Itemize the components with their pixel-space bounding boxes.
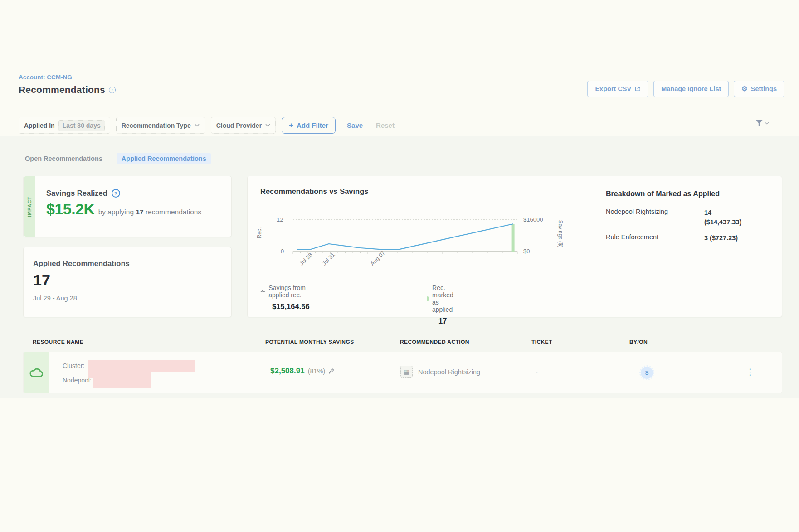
- funnel-icon: [755, 120, 763, 126]
- x-tick-label: Jul 31: [321, 251, 336, 266]
- breakdown-panel: Breakdown of Marked as Applied Nodepool …: [606, 190, 783, 243]
- column-header-resource-name[interactable]: RESOURCE NAME: [33, 339, 83, 345]
- applied-in-value[interactable]: Last 30 days: [58, 120, 105, 131]
- breakdown-row-label: Nodepool Rightsizing: [606, 208, 704, 227]
- left-axis-tick-max: 12: [277, 216, 283, 223]
- chevron-down-icon: [195, 124, 200, 127]
- left-axis-label: Rec.: [256, 227, 263, 239]
- breakdown-value-count: 14: [704, 209, 711, 216]
- plus-icon: +: [289, 121, 293, 130]
- export-csv-label: Export CSV: [595, 85, 631, 92]
- right-axis-label: Savings ($): [557, 220, 564, 248]
- chart-title: Recommendations vs Savings: [260, 187, 368, 196]
- applied-recommendations-card: Applied Recommendations 17 Jul 29 - Aug …: [23, 247, 232, 317]
- column-header-recommended-action[interactable]: RECOMMENDED ACTION: [400, 339, 469, 345]
- gear-icon: ⚙: [741, 85, 747, 93]
- tab-applied-recommendations[interactable]: Applied Recommendations: [117, 153, 211, 164]
- table-row[interactable]: Cluster: Nodepool: $2,508.91 (81%) ▦ Nod…: [23, 352, 782, 393]
- help-icon[interactable]: ?: [112, 189, 120, 198]
- x-tick-label: Jul 28: [298, 251, 313, 266]
- external-link-icon: [634, 86, 641, 92]
- column-header-potential-savings[interactable]: POTENTIAL MONTHLY SAVINGS: [265, 339, 354, 345]
- legend-savings-value: $15,164.56: [272, 302, 310, 311]
- settings-label: Settings: [751, 85, 777, 92]
- impact-strip: IMPACT: [24, 176, 35, 237]
- settings-button[interactable]: ⚙ Settings: [734, 81, 784, 97]
- savings-realized-card: IMPACT Savings Realized ? $15.2K by appl…: [23, 176, 232, 237]
- impact-strip-label: IMPACT: [27, 196, 32, 217]
- nodepool-label: Nodepool:: [63, 377, 92, 384]
- breakdown-row: Nodepool Rightsizing 14($14,437.33): [606, 208, 783, 227]
- edit-icon[interactable]: [328, 368, 335, 374]
- recommended-action-text: Nodepool Rightsizing: [418, 368, 480, 376]
- cluster-label: Cluster:: [63, 362, 84, 369]
- info-icon[interactable]: i: [109, 87, 116, 93]
- provider-cell: [24, 352, 49, 393]
- page-title: Recommendations: [19, 84, 105, 95]
- tab-open-recommendations[interactable]: Open Recommendations: [20, 153, 107, 164]
- breakdown-title: Breakdown of Marked as Applied: [606, 190, 783, 198]
- desc-suffix: recommendations: [146, 208, 201, 216]
- desc-count: 17: [136, 208, 143, 216]
- breakdown-row-value: 3 ($727.23): [704, 233, 738, 243]
- savings-realized-title: Savings Realized: [46, 189, 107, 198]
- applied-card-date-range: Jul 29 - Aug 28: [33, 295, 231, 302]
- column-header-ticket[interactable]: TICKET: [531, 339, 552, 345]
- cloud-provider-label: Cloud Provider: [216, 122, 262, 129]
- row-menu-button[interactable]: ⋮: [742, 366, 758, 378]
- legend-savings: Savings from applied rec. $15,164.56: [260, 284, 310, 311]
- potential-savings-value: $2,508.91: [270, 367, 305, 376]
- save-filter-button[interactable]: Save: [347, 121, 363, 129]
- nodepool-action-icon: ▦: [400, 366, 413, 378]
- right-axis-tick-max: $16000: [523, 216, 543, 223]
- applied-in-label: Applied In: [24, 122, 55, 129]
- desc-prefix: by applying: [98, 208, 134, 216]
- x-tick-label: Aug 07: [369, 250, 386, 267]
- redacted-cluster-name: [88, 360, 195, 372]
- redacted-nodepool-name: [93, 378, 151, 388]
- chevron-down-icon: [265, 124, 270, 127]
- chart-card: Recommendations vs Savings 12 0 $16000 $…: [247, 176, 782, 317]
- ticket-value: -: [536, 368, 538, 376]
- applied-card-count: 17: [33, 271, 231, 289]
- x-axis-minor-ticks: [293, 252, 517, 254]
- add-filter-button[interactable]: + Add Filter: [282, 117, 336, 134]
- column-header-by-on[interactable]: BY/ON: [629, 339, 648, 345]
- right-axis-tick-min: $0: [523, 248, 530, 255]
- line-legend-icon: [260, 289, 265, 295]
- legend-applied-label: Rec. marked as applied: [432, 284, 457, 313]
- redacted-cluster-name-wrap: [88, 372, 151, 378]
- breakdown-row-label: Rule Enforcement: [606, 233, 704, 243]
- cloud-icon: [29, 367, 44, 378]
- add-filter-label: Add Filter: [297, 121, 328, 129]
- applied-card-title: Applied Recommendations: [33, 259, 231, 268]
- savings-line[interactable]: [297, 224, 513, 249]
- export-csv-button[interactable]: Export CSV: [587, 81, 648, 97]
- chevron-down-icon: [765, 122, 769, 125]
- legend-savings-label: Savings from applied rec.: [268, 284, 309, 299]
- recommendation-type-filter[interactable]: Recommendation Type: [116, 117, 205, 134]
- filter-panel-toggle[interactable]: [755, 120, 769, 126]
- reset-filter-button[interactable]: Reset: [376, 121, 395, 129]
- account-breadcrumb[interactable]: Account: CCM-NG: [19, 74, 72, 81]
- x-axis-labels: Jul 28 Jul 31 Aug 07: [293, 254, 517, 272]
- left-axis-tick-min: 0: [281, 248, 284, 255]
- applied-bar[interactable]: [512, 224, 515, 252]
- header-divider: [0, 108, 799, 108]
- avatar[interactable]: S: [641, 367, 653, 379]
- breakdown-row-value: 14($14,437.33): [704, 208, 741, 227]
- bar-legend-icon: [427, 296, 429, 301]
- legend-applied-value: 17: [438, 317, 457, 325]
- line-chart-plot[interactable]: [293, 219, 517, 252]
- legend-applied: Rec. marked as applied 17: [427, 284, 457, 325]
- breakdown-row: Rule Enforcement 3 ($727.23): [606, 233, 783, 243]
- savings-realized-amount: $15.2K: [46, 200, 95, 218]
- recommendations-page: Account: CCM-NG Recommendations i Export…: [0, 0, 799, 532]
- cloud-provider-filter[interactable]: Cloud Provider: [211, 117, 276, 134]
- manage-ignore-list-button[interactable]: Manage Ignore List: [653, 81, 729, 97]
- potential-savings-percent: (81%): [308, 368, 326, 375]
- applied-in-filter[interactable]: Applied In Last 30 days: [19, 117, 110, 134]
- savings-realized-desc: by applying 17 recommendations: [98, 208, 202, 216]
- recommendation-type-label: Recommendation Type: [122, 122, 191, 129]
- vertical-divider: [590, 194, 590, 293]
